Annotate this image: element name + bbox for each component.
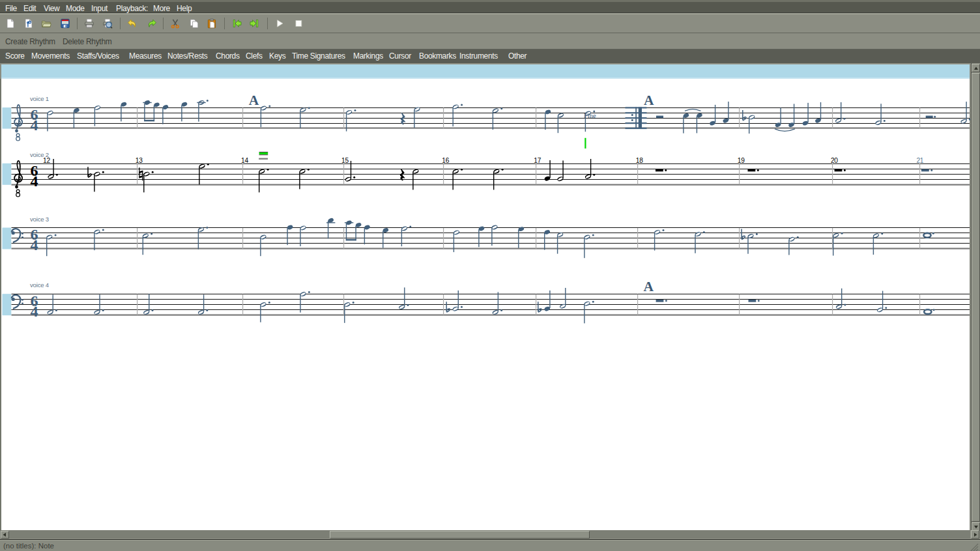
- svg-text:20: 20: [831, 157, 838, 164]
- svg-text:15: 15: [341, 157, 349, 164]
- svg-text:voice 3: voice 3: [30, 216, 49, 223]
- svg-text:voice 1: voice 1: [30, 95, 49, 102]
- svg-text:A: A: [644, 279, 654, 294]
- svg-text:17: 17: [534, 157, 541, 164]
- svg-text:13: 13: [136, 157, 143, 164]
- svg-text:4: 4: [30, 173, 38, 190]
- svg-text:16: 16: [442, 157, 449, 164]
- svg-text:14: 14: [241, 157, 248, 164]
- svg-text:12: 12: [43, 157, 50, 164]
- svg-text:18: 18: [636, 157, 643, 164]
- svg-text:voice 4: voice 4: [30, 281, 50, 289]
- svg-text:19: 19: [738, 157, 745, 164]
- svg-text:Fine: Fine: [584, 112, 596, 119]
- svg-text:A: A: [644, 92, 654, 108]
- svg-text:21: 21: [916, 157, 923, 164]
- svg-text:4: 4: [30, 303, 38, 320]
- svg-text:4: 4: [30, 117, 38, 134]
- svg-text:4: 4: [30, 236, 38, 253]
- svg-text:A: A: [249, 92, 259, 108]
